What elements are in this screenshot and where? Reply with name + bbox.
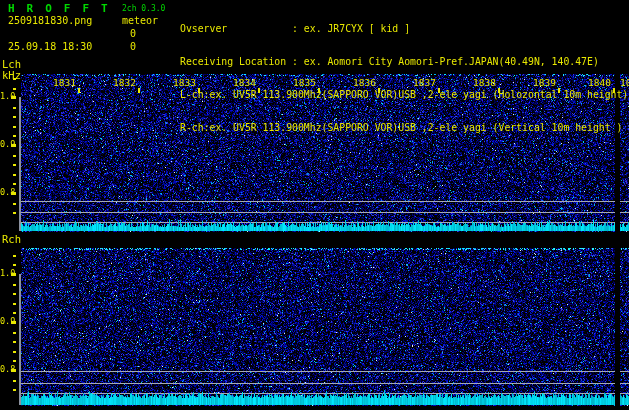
app-title: HROFFT bbox=[8, 3, 120, 14]
lch-setup-line: L-ch:ex. UV5R 113.900Mhz(SAPPORO VOR)USB… bbox=[180, 88, 628, 101]
lch-panel-label: Lch bbox=[2, 59, 21, 70]
freq-tick-label: 0.9 bbox=[0, 317, 13, 326]
location-line: Receiving Location : ex. Aomori City Aom… bbox=[180, 55, 628, 68]
meteor-count-lch: 0 bbox=[125, 29, 141, 39]
freq-tick-label: 1.0 bbox=[0, 92, 13, 101]
time-tick-label: 1836 bbox=[347, 78, 376, 88]
observation-datetime: 25.09.18 18:30 bbox=[8, 42, 92, 52]
time-tick-label: 1833 bbox=[167, 78, 196, 88]
rch-panel-label: Rch bbox=[2, 234, 21, 245]
time-tick-label: 1834 bbox=[227, 78, 256, 88]
time-tick-label: 1835 bbox=[287, 78, 316, 88]
time-tick-label-clipped: 10 bbox=[620, 78, 629, 88]
time-tick-label: 1831 bbox=[47, 78, 76, 88]
freq-tick-label: 0.9 bbox=[0, 140, 13, 149]
time-tick-label: 1832 bbox=[107, 78, 136, 88]
time-tick-label: 1840 bbox=[582, 78, 611, 88]
rch-setup-line: R-ch:ex. UV5R 113.900Mhz(SAPPORO VOR)USB… bbox=[180, 121, 628, 134]
time-tick-label: 1837 bbox=[407, 78, 436, 88]
output-filename: 2509181830.png bbox=[8, 16, 92, 26]
time-tick-label: 1838 bbox=[467, 78, 496, 88]
freq-tick-label: 1.0 bbox=[0, 269, 13, 278]
time-tick-label: 1839 bbox=[527, 78, 556, 88]
hrofft-output-image: HROFFT 2ch 0.3.0 2509181830.png meteor 0… bbox=[0, 0, 629, 410]
app-version: 2ch 0.3.0 bbox=[122, 5, 165, 13]
observer-line: Ovserver : ex. JR7CYX [ kid ] bbox=[180, 22, 628, 35]
meteor-count-label: meteor bbox=[122, 16, 158, 26]
freq-tick-label: 0.8 bbox=[0, 365, 13, 374]
frequency-unit-label: kHz bbox=[2, 70, 21, 81]
meteor-count-rch: 0 bbox=[125, 42, 141, 52]
freq-tick-label: 0.8 bbox=[0, 188, 13, 197]
